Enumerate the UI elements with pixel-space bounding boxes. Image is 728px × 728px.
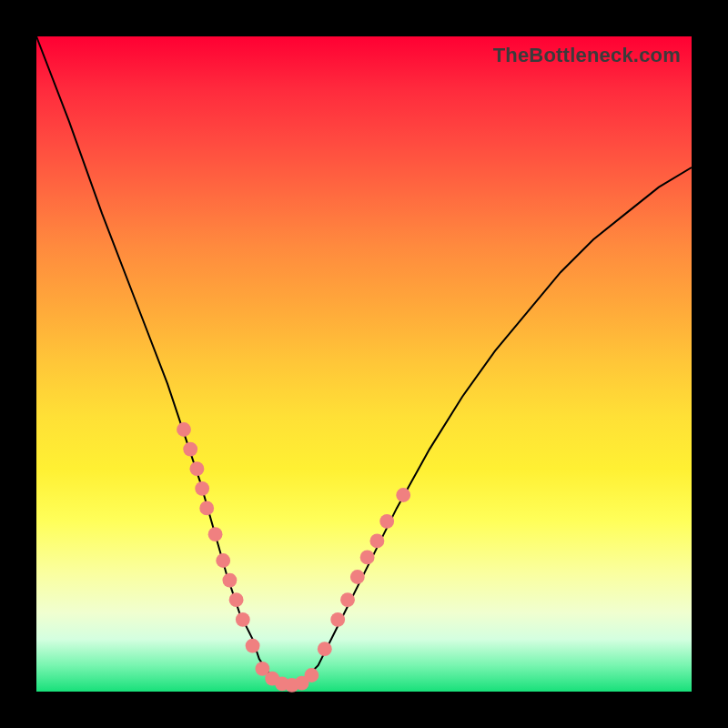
data-dot [369, 533, 384, 548]
data-dot [216, 553, 230, 568]
data-dot [330, 612, 345, 627]
data-dot [208, 527, 223, 541]
data-dot [229, 592, 244, 607]
data-dot [246, 639, 260, 653]
plot-area: TheBottleneck.com [36, 36, 692, 692]
data-dot [304, 668, 318, 682]
data-dot [396, 488, 410, 502]
data-dot [195, 481, 209, 496]
data-dots [177, 422, 410, 693]
data-dot [177, 422, 191, 437]
chart-frame: TheBottleneck.com [0, 0, 728, 728]
curve-layer [36, 36, 692, 692]
data-dot [340, 592, 355, 607]
data-dot [350, 570, 365, 584]
data-dot [183, 442, 197, 457]
data-dot [199, 500, 214, 515]
data-dot [236, 612, 250, 627]
bottleneck-curve [36, 36, 692, 685]
data-dot [379, 514, 394, 529]
data-dot [222, 573, 237, 588]
data-dot [189, 461, 204, 476]
data-dot [360, 550, 375, 564]
data-dot [318, 642, 332, 656]
